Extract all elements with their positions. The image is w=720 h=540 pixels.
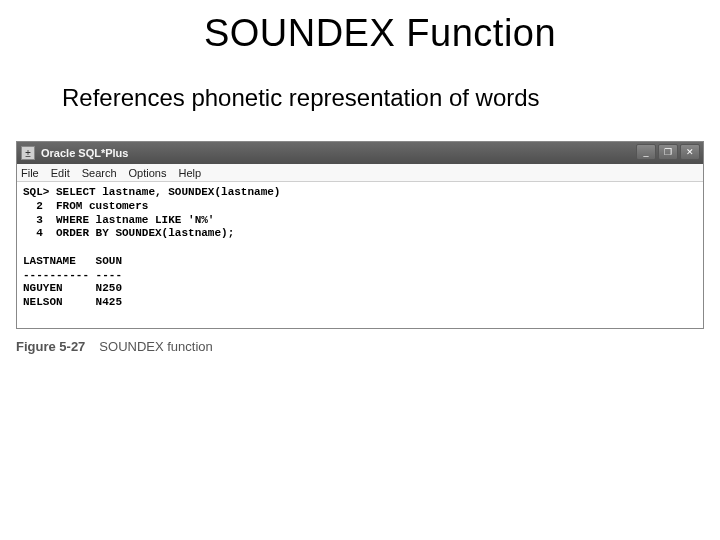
app-title: Oracle SQL*Plus xyxy=(41,147,128,159)
sql-line-3: 3 WHERE lastname LIKE 'N%' xyxy=(23,214,214,226)
menu-edit[interactable]: Edit xyxy=(51,167,70,179)
figure-caption: Figure 5-27SOUNDEX function xyxy=(16,339,704,354)
minimize-button[interactable]: _ xyxy=(636,144,656,160)
menu-options[interactable]: Options xyxy=(129,167,167,179)
result-header: LASTNAME SOUN xyxy=(23,255,122,267)
result-divider: ---------- ---- xyxy=(23,269,122,281)
figure-text: SOUNDEX function xyxy=(99,339,212,354)
menu-search[interactable]: Search xyxy=(82,167,117,179)
slide-subtitle: References phonetic representation of wo… xyxy=(0,55,720,113)
menu-help[interactable]: Help xyxy=(178,167,201,179)
result-row-2: NELSON N425 xyxy=(23,296,122,308)
menu-bar: File Edit Search Options Help xyxy=(17,164,703,182)
sqlplus-window: ± Oracle SQL*Plus _ ❐ ✕ File Edit Search… xyxy=(16,141,704,329)
app-icon: ± xyxy=(21,146,35,160)
close-button[interactable]: ✕ xyxy=(680,144,700,160)
sql-line-2: 2 FROM customers xyxy=(23,200,148,212)
window-titlebar: ± Oracle SQL*Plus _ ❐ ✕ xyxy=(17,142,703,164)
result-row-1: NGUYEN N250 xyxy=(23,282,122,294)
figure-label: Figure 5-27 xyxy=(16,339,85,354)
terminal-output: SQL> SELECT lastname, SOUNDEX(lastname) … xyxy=(17,182,703,328)
maximize-button[interactable]: ❐ xyxy=(658,144,678,160)
sql-line-4: 4 ORDER BY SOUNDEX(lastname); xyxy=(23,227,234,239)
menu-file[interactable]: File xyxy=(21,167,39,179)
slide-title: SOUNDEX Function xyxy=(0,0,720,55)
sql-line-1: SQL> SELECT lastname, SOUNDEX(lastname) xyxy=(23,186,280,198)
